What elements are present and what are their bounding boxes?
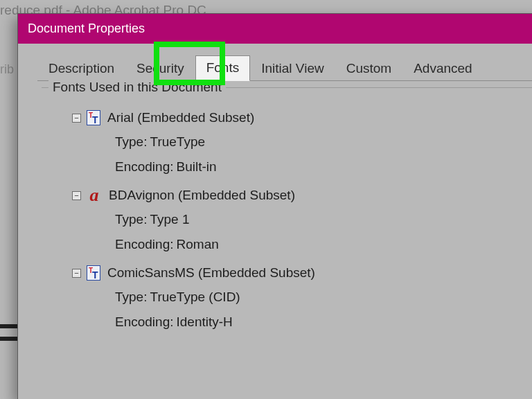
encoding-label: Encoding: <box>115 159 174 175</box>
tree-row[interactable]: Encoding: Identity-H <box>72 310 532 335</box>
tree-row[interactable]: − ComicSansMS (Embedded Subset) <box>72 261 532 285</box>
dialog-titlebar[interactable]: Document Properties <box>18 14 532 44</box>
tab-strip: Description Security Fonts Initial View … <box>18 44 532 81</box>
encoding-value: Identity-H <box>177 314 233 330</box>
tab-fonts[interactable]: Fonts <box>195 55 251 81</box>
encoding-label: Encoding: <box>115 237 174 252</box>
document-properties-dialog: Document Properties Description Security… <box>17 13 532 399</box>
tree-row[interactable]: Type: Type 1 <box>72 207 532 232</box>
collapse-icon[interactable]: − <box>72 114 81 123</box>
encoding-value: Roman <box>177 237 219 252</box>
tab-label: Description <box>48 61 114 76</box>
truetype-font-icon <box>87 265 100 281</box>
font-node: − ComicSansMS (Embedded Subset) Type: Tr… <box>72 261 532 335</box>
tab-security[interactable]: Security <box>125 56 195 81</box>
tab-label: Advanced <box>414 61 472 76</box>
tree-row[interactable]: Encoding: Roman <box>72 232 532 257</box>
font-name: BDAvignon (Embedded Subset) <box>107 188 295 203</box>
tree-row[interactable]: − a BDAvignon (Embedded Subset) <box>72 184 532 207</box>
font-node: − a BDAvignon (Embedded Subset) Type: Ty… <box>72 184 532 257</box>
background-decoration <box>0 324 19 328</box>
font-node: − Arial (Embedded Subset) Type: TrueType… <box>72 106 532 179</box>
dialog-client-area: Description Security Fonts Initial View … <box>18 44 532 399</box>
fonts-tree[interactable]: − Arial (Embedded Subset) Type: TrueType… <box>72 106 532 335</box>
type-value: TrueType <box>150 134 205 150</box>
groupbox-legend: Fonts Used in this Document <box>48 80 226 95</box>
dialog-title: Document Properties <box>28 21 145 36</box>
type-label: Type: <box>115 290 147 305</box>
tab-custom[interactable]: Custom <box>335 56 402 81</box>
font-name: ComicSansMS (Embedded Subset) <box>106 265 315 281</box>
type-value: TrueType (CID) <box>150 290 240 305</box>
background-decoration <box>0 337 19 341</box>
type-value: Type 1 <box>150 212 189 227</box>
font-name: Arial (Embedded Subset) <box>106 110 254 125</box>
tab-initial-view[interactable]: Initial View <box>250 56 335 81</box>
tree-row[interactable]: Encoding: Built-in <box>72 154 532 179</box>
tree-row[interactable]: Type: TrueType (CID) <box>72 285 532 310</box>
type-label: Type: <box>115 212 147 227</box>
tab-label: Security <box>136 61 184 76</box>
type1-font-icon: a <box>87 188 102 203</box>
encoding-value: Built-in <box>177 159 217 175</box>
tab-label: Initial View <box>261 61 323 76</box>
tree-row[interactable]: − Arial (Embedded Subset) <box>72 106 532 130</box>
tab-label: Fonts <box>206 60 240 75</box>
tab-description[interactable]: Description <box>37 56 125 81</box>
encoding-label: Encoding: <box>115 314 174 330</box>
tab-label: Custom <box>346 61 391 76</box>
collapse-icon[interactable]: − <box>72 269 81 278</box>
tab-advanced[interactable]: Advanced <box>402 56 484 81</box>
tree-row[interactable]: Type: TrueType <box>72 130 532 154</box>
background-partial-text: rib <box>0 62 14 77</box>
type-label: Type: <box>115 134 147 150</box>
truetype-font-icon <box>87 110 100 125</box>
collapse-icon[interactable]: − <box>72 191 81 200</box>
fonts-groupbox: Fonts Used in this Document − Arial (Emb… <box>42 87 532 335</box>
